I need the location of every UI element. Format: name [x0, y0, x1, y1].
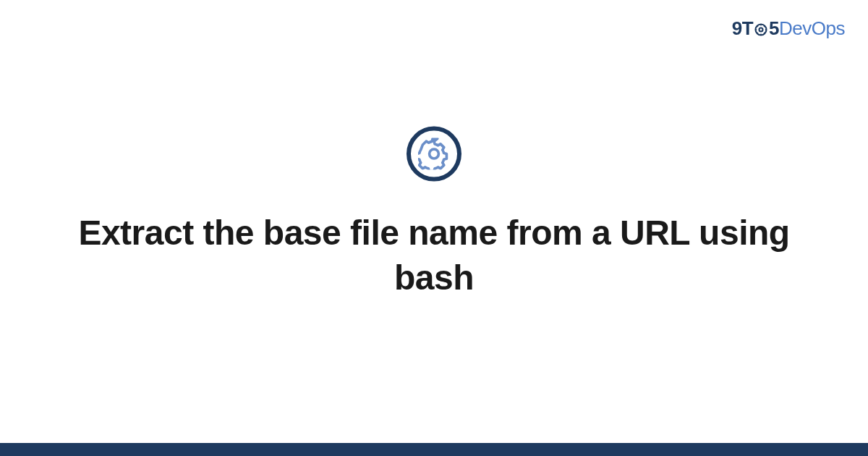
footer-bar: [0, 443, 868, 456]
svg-point-2: [430, 149, 439, 159]
brand-logo: 9T5DevOps: [732, 17, 845, 40]
brand-nine: 9: [732, 17, 742, 39]
main-content: Extract the base file name from a URL us…: [43, 127, 825, 301]
brand-gear-icon: [754, 22, 768, 37]
brand-five: 5: [769, 17, 779, 39]
brand-t: T: [742, 17, 753, 39]
gear-badge-icon: [407, 127, 461, 182]
svg-point-1: [760, 28, 763, 32]
page-title: Extract the base file name from a URL us…: [43, 211, 825, 301]
brand-devops: DevOps: [779, 17, 845, 39]
